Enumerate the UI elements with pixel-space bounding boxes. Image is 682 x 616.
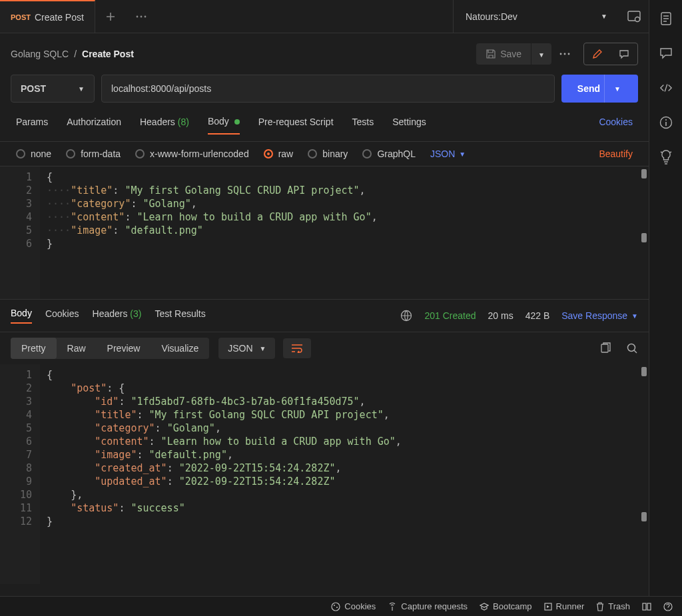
comments-icon[interactable] [659, 47, 673, 60]
body-type-binary[interactable]: binary [308, 149, 348, 159]
environment-name: Natours:Dev [466, 11, 517, 22]
chevron-down-icon: ▼ [614, 85, 621, 93]
body-type-none[interactable]: none [16, 149, 51, 159]
word-wrap-toggle[interactable] [283, 338, 311, 358]
line-gutter: 123456 [0, 166, 40, 299]
svg-point-2 [144, 15, 146, 17]
search-response-icon[interactable] [626, 342, 638, 354]
svg-rect-18 [643, 603, 646, 610]
response-tab-headers[interactable]: Headers (3) [93, 308, 142, 323]
help-icon [663, 602, 673, 611]
save-button[interactable]: Save [476, 43, 531, 65]
environment-selector[interactable]: Natours:Dev ▼ [453, 0, 619, 33]
tab-prerequest[interactable]: Pre-request Script [258, 117, 334, 134]
url-input[interactable]: localhost:8000/api/posts [101, 75, 555, 103]
tabs-overflow-button[interactable] [126, 0, 157, 33]
response-status: 201 Created [424, 310, 476, 321]
documentation-icon[interactable] [659, 12, 673, 25]
svg-point-1 [140, 15, 142, 17]
scrollbar-thumb[interactable] [641, 169, 647, 178]
body-type-raw[interactable]: raw [264, 149, 294, 159]
lightbulb-icon[interactable] [659, 151, 673, 164]
request-body-editor[interactable]: 123456 { ····"title": "My first Golang S… [0, 166, 649, 300]
send-dropdown[interactable]: ▼ [604, 75, 630, 103]
svg-point-7 [568, 53, 570, 55]
breadcrumb-separator: / [74, 49, 77, 59]
breadcrumb-collection[interactable]: Golang SQLC [11, 49, 69, 59]
body-type-form-data[interactable]: form-data [66, 149, 121, 159]
raw-content-type-select[interactable]: JSON ▼ [430, 149, 466, 159]
response-tab-body[interactable]: Body [11, 308, 32, 324]
chevron-down-icon: ▼ [78, 85, 85, 93]
response-view-raw[interactable]: Raw [57, 338, 97, 359]
body-type-xwww[interactable]: x-www-form-urlencoded [135, 149, 249, 159]
beautify-button[interactable]: Beautify [599, 149, 633, 159]
body-type-graphql[interactable]: GraphQL [362, 149, 416, 159]
response-headers-count: (3) [130, 308, 141, 319]
request-tab[interactable]: POST Create Post [0, 0, 95, 33]
send-button[interactable]: Send ▼ [561, 75, 638, 103]
radio-icon [308, 149, 317, 158]
svg-point-14 [332, 603, 340, 611]
environment-quick-look-icon[interactable] [619, 0, 649, 33]
new-tab-button[interactable] [95, 0, 126, 33]
panes-icon [642, 603, 651, 611]
footer-cookies[interactable]: Cookies [331, 601, 376, 611]
response-body-viewer[interactable]: 123456789101112 { "post": { "id": "1fd5a… [0, 364, 649, 584]
tab-body[interactable]: Body [208, 116, 240, 135]
radio-icon [66, 149, 75, 158]
response-view-pretty[interactable]: Pretty [11, 338, 57, 359]
save-response-button[interactable]: Save Response ▼ [561, 310, 638, 321]
http-method-select[interactable]: POST ▼ [11, 75, 95, 103]
chevron-down-icon: ▼ [538, 51, 545, 59]
breadcrumb-request[interactable]: Create Post [82, 49, 134, 59]
chevron-down-icon: ▼ [601, 13, 607, 20]
footer-capture-requests[interactable]: Capture requests [388, 601, 468, 611]
footer-bootcamp[interactable]: Bootcamp [480, 601, 532, 611]
headers-count: (8) [178, 117, 189, 127]
scrollbar-thumb[interactable] [641, 233, 647, 242]
radio-icon [135, 149, 145, 158]
edit-view-toggle[interactable] [584, 43, 611, 65]
code-icon[interactable] [659, 81, 673, 95]
tab-title: Create Post [35, 12, 84, 23]
response-view-visualize[interactable]: Visualize [151, 338, 209, 359]
scrollbar-thumb[interactable] [641, 367, 647, 376]
footer-trash[interactable]: Trash [596, 601, 630, 611]
radio-icon [362, 149, 372, 158]
tab-method: POST [11, 13, 31, 21]
info-icon[interactable] [659, 116, 673, 129]
svg-rect-19 [647, 603, 651, 610]
tab-authorization[interactable]: Authorization [67, 117, 121, 134]
response-tab-cookies[interactable]: Cookies [45, 308, 79, 323]
antenna-icon [388, 602, 397, 611]
globe-icon[interactable] [400, 310, 412, 322]
svg-point-15 [334, 605, 335, 606]
save-icon [486, 49, 496, 59]
svg-point-6 [564, 53, 566, 55]
svg-point-10 [628, 344, 635, 352]
tab-headers[interactable]: Headers (8) [140, 117, 189, 134]
request-more-actions[interactable] [551, 47, 578, 61]
scrollbar-thumb[interactable] [641, 512, 647, 521]
chevron-down-icon: ▼ [260, 345, 266, 352]
response-tab-test-results[interactable]: Test Results [155, 308, 205, 323]
tab-params[interactable]: Params [16, 117, 48, 134]
pencil-icon [592, 49, 603, 59]
comment-view-toggle[interactable] [611, 43, 637, 65]
chevron-down-icon: ▼ [459, 151, 466, 158]
tab-tests[interactable]: Tests [352, 117, 374, 134]
cookies-link[interactable]: Cookies [599, 117, 633, 134]
tab-settings[interactable]: Settings [392, 117, 426, 134]
trash-icon [596, 602, 604, 611]
svg-rect-9 [601, 344, 608, 352]
response-format-select[interactable]: JSON ▼ [218, 338, 275, 359]
footer-panes-toggle[interactable] [642, 603, 651, 611]
copy-response-icon[interactable] [599, 342, 611, 354]
save-dropdown[interactable]: ▼ [531, 43, 551, 65]
footer-runner[interactable]: Runner [544, 601, 585, 611]
footer-help[interactable] [663, 602, 673, 611]
radio-icon [264, 149, 273, 158]
body-indicator-dot [234, 119, 240, 125]
response-view-preview[interactable]: Preview [97, 338, 151, 359]
